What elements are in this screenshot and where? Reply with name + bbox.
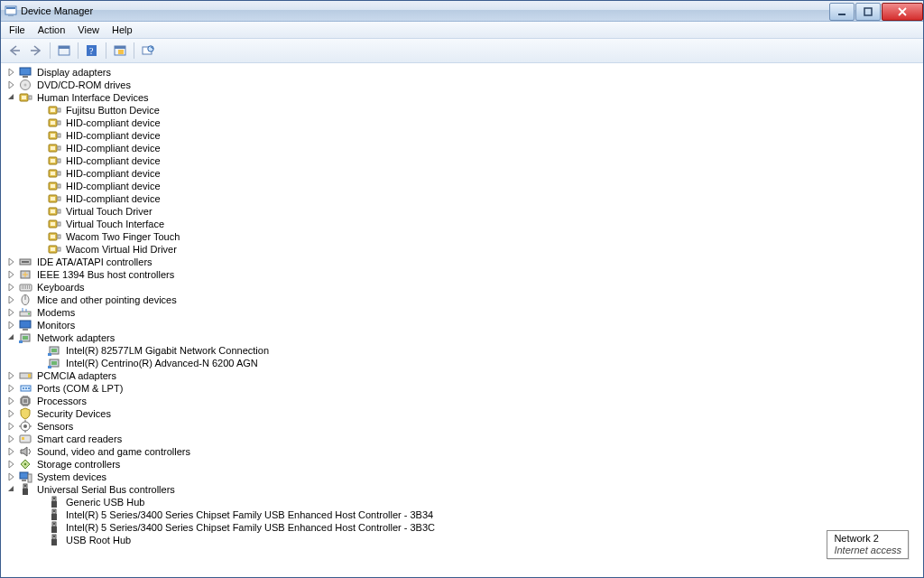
close-button[interactable] [882,3,923,21]
tree-item[interactable]: Wacom Two Finger Touch [1,230,923,243]
menu-view[interactable]: View [71,23,106,36]
tree-item[interactable]: HID-compliant device [1,142,923,154]
hidi-icon [48,243,62,256]
menu-help[interactable]: Help [106,23,139,36]
tree-item[interactable]: HID-compliant device [1,180,923,192]
toolbar-separator [50,42,51,59]
tree-item[interactable]: Fujitsu Button Device [1,104,923,117]
tree-item[interactable]: Keyboards [1,281,923,294]
svg-rect-102 [51,527,57,533]
tree-item[interactable]: Intel(R) 82577LM Gigabit Network Connect… [1,344,923,357]
smartcard-icon [19,433,33,445]
expand-icon[interactable] [6,408,17,419]
usbi-icon [48,496,62,508]
svg-point-80 [25,387,27,389]
usbi-icon [48,508,62,521]
svg-rect-65 [20,321,31,328]
collapse-icon[interactable] [6,332,17,343]
svg-rect-72 [48,353,51,356]
expand-icon[interactable] [6,282,17,293]
hidi-icon [48,117,62,129]
expand-icon[interactable] [6,67,17,78]
svg-rect-90 [22,480,26,481]
tree-item[interactable]: Virtual Touch Interface [1,218,923,230]
tree-item[interactable]: Smart card readers [1,433,923,445]
tree-item-label: Intel(R) 5 Series/3400 Series Chipset Fa… [64,522,437,533]
expand-icon[interactable] [6,269,17,280]
collapse-icon[interactable] [6,92,17,103]
tree-item[interactable]: Intel(R) 5 Series/3400 Series Chipset Fa… [1,508,923,521]
expand-icon[interactable] [6,256,17,267]
expand-icon[interactable] [6,320,17,331]
tree-item[interactable]: Human Interface Devices [1,91,923,104]
expand-icon[interactable] [6,294,17,305]
tree-item[interactable]: Sensors [1,420,923,433]
tree-item[interactable]: Generic USB Hub [1,496,923,508]
show-hidden-button[interactable] [53,40,75,61]
expand-icon[interactable] [6,396,17,406]
tree-item[interactable]: HID-compliant device [1,167,923,180]
svg-rect-47 [58,210,60,213]
tree-item[interactable]: IEEE 1394 Bus host controllers [1,268,923,281]
tree-item[interactable]: Security Devices [1,407,923,420]
tree-item[interactable]: DVD/CD-ROM drives [1,79,923,91]
tree-item[interactable]: Sound, video and game controllers [1,445,923,458]
maximize-button[interactable] [855,3,881,21]
expand-icon[interactable] [6,79,17,90]
tree-item[interactable]: Mice and other pointing devices [1,294,923,306]
device-tree[interactable]: Display adaptersDVD/CD-ROM drivesHuman I… [1,64,923,577]
scan-button[interactable] [109,40,131,61]
tree-item[interactable]: Monitors [1,319,923,331]
tree-item[interactable]: Intel(R) 5 Series/3400 Series Chipset Fa… [1,521,923,534]
tree-item[interactable]: Processors [1,395,923,407]
svg-rect-43 [51,197,55,200]
tree-item[interactable]: Display adapters [1,66,923,79]
tree-item-label: Fujitsu Button Device [64,105,162,116]
tree-item-label: Virtual Touch Interface [64,219,166,229]
tree-item[interactable]: Universal Serial Bus controllers [1,483,923,496]
tree-item[interactable]: HID-compliant device [1,154,923,167]
tree-item[interactable]: Storage controllers [1,458,923,471]
tree-item[interactable]: Wacom Virtual Hid Driver [1,243,923,256]
expand-icon[interactable] [6,383,17,394]
tree-item[interactable]: HID-compliant device [1,192,923,205]
expand-icon[interactable] [6,370,17,381]
svg-rect-87 [22,437,24,440]
tree-item[interactable]: System devices [1,471,923,483]
tree-item[interactable]: USB Root Hub [1,534,923,546]
tree-item[interactable]: Network adapters [1,331,923,344]
expand-icon[interactable] [6,459,17,470]
tree-item-label: Network adapters [35,332,116,343]
back-button[interactable] [4,40,25,61]
expand-icon[interactable] [6,434,17,444]
window-controls [829,3,923,19]
tree-item[interactable]: PCMCIA adapters [1,369,923,382]
expand-icon[interactable] [6,446,17,457]
help-button[interactable]: ? [81,40,103,61]
tree-item-label: Security Devices [35,408,113,419]
titlebar[interactable]: Device Manager [1,1,923,22]
forward-button[interactable] [25,40,47,61]
svg-rect-68 [23,336,28,340]
svg-rect-105 [51,539,57,545]
expand-icon[interactable] [6,421,17,432]
tree-item[interactable]: IDE ATA/ATAPI controllers [1,256,923,268]
tree-item-label: Generic USB Hub [64,497,146,508]
tree-item[interactable]: Ports (COM & LPT) [1,382,923,395]
expand-icon[interactable] [6,307,17,318]
menu-action[interactable]: Action [32,23,72,36]
refresh-button[interactable] [137,40,159,61]
minimize-button[interactable] [829,3,855,21]
collapse-icon[interactable] [6,484,17,495]
tree-item[interactable]: Modems [1,306,923,319]
svg-rect-83 [23,399,27,403]
tree-item[interactable]: HID-compliant device [1,117,923,129]
tree-item[interactable]: Virtual Touch Driver [1,205,923,218]
expand-icon[interactable] [6,471,17,482]
tree-item[interactable]: Intel(R) Centrino(R) Advanced-N 6200 AGN [1,357,923,369]
ide-icon [19,256,33,268]
menu-file[interactable]: File [3,23,32,36]
hidi-icon [48,167,62,180]
svg-rect-35 [58,159,60,163]
tree-item[interactable]: HID-compliant device [1,129,923,142]
